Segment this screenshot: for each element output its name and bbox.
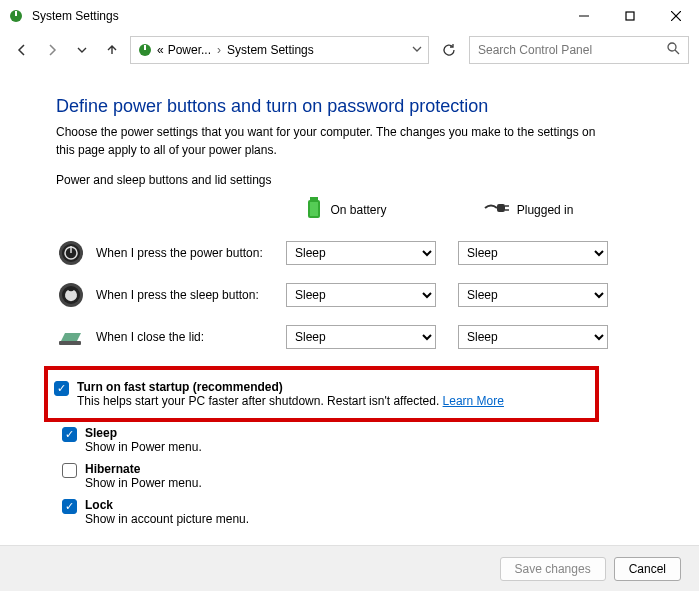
battery-icon xyxy=(306,197,322,222)
breadcrumb-sep-icon: « xyxy=(157,43,164,57)
sleep-button-icon xyxy=(56,280,86,310)
up-button[interactable] xyxy=(100,38,124,62)
page-title: Define power buttons and turn on passwor… xyxy=(56,96,659,117)
row-close-lid: When I close the lid: Sleep Sleep xyxy=(56,316,659,358)
hibernate-label: Hibernate xyxy=(85,462,202,476)
breadcrumb[interactable]: « Power... › System Settings xyxy=(130,36,429,64)
breadcrumb-icon xyxy=(137,42,153,58)
col-plugged-label: Plugged in xyxy=(517,203,574,217)
row-sleep-button-label: When I press the sleep button: xyxy=(96,288,286,302)
row-sleep-button: When I press the sleep button: Sleep Sle… xyxy=(56,274,659,316)
recent-locations-button[interactable] xyxy=(70,38,94,62)
close-lid-battery-select[interactable]: Sleep xyxy=(286,325,436,349)
svg-line-9 xyxy=(675,50,679,54)
sleep-button-plugged-select[interactable]: Sleep xyxy=(458,283,608,307)
search-icon xyxy=(667,42,680,58)
section-header-power-sleep: Power and sleep buttons and lid settings xyxy=(56,173,659,187)
highlight-box: Turn on fast startup (recommended) This … xyxy=(44,366,599,422)
svg-rect-12 xyxy=(310,202,318,216)
close-lid-plugged-select[interactable]: Sleep xyxy=(458,325,608,349)
option-fast-startup: Turn on fast startup (recommended) This … xyxy=(54,380,587,408)
search-placeholder: Search Control Panel xyxy=(478,43,592,57)
lock-checkbox[interactable] xyxy=(62,499,77,514)
row-close-lid-label: When I close the lid: xyxy=(96,330,286,344)
power-button-icon xyxy=(56,238,86,268)
lock-label: Lock xyxy=(85,498,249,512)
titlebar: System Settings xyxy=(0,0,699,32)
power-button-battery-select[interactable]: Sleep xyxy=(286,241,436,265)
svg-rect-7 xyxy=(144,45,146,50)
option-lock: Lock Show in account picture menu. xyxy=(62,498,659,526)
column-headers: On battery Plugged in xyxy=(56,191,659,232)
breadcrumb-dropdown-icon[interactable] xyxy=(412,43,422,57)
sleep-checkbox[interactable] xyxy=(62,427,77,442)
option-sleep: Sleep Show in Power menu. xyxy=(62,426,659,454)
app-icon xyxy=(8,8,24,24)
chevron-right-icon: › xyxy=(217,43,221,57)
learn-more-link[interactable]: Learn More xyxy=(443,394,504,408)
svg-rect-3 xyxy=(626,12,634,20)
laptop-lid-icon xyxy=(56,322,86,352)
refresh-button[interactable] xyxy=(435,36,463,64)
cancel-button[interactable]: Cancel xyxy=(614,557,681,581)
plug-icon xyxy=(483,201,509,218)
bottom-bar: Save changes Cancel xyxy=(0,545,699,591)
hibernate-sub: Show in Power menu. xyxy=(85,476,202,490)
close-button[interactable] xyxy=(653,0,699,32)
svg-point-8 xyxy=(668,43,676,51)
page-description: Choose the power settings that you want … xyxy=(56,123,616,159)
row-power-button-label: When I press the power button: xyxy=(96,246,286,260)
row-power-button: When I press the power button: Sleep Sle… xyxy=(56,232,659,274)
forward-button[interactable] xyxy=(40,38,64,62)
breadcrumb-item-power[interactable]: Power... xyxy=(168,43,211,57)
fast-startup-label: Turn on fast startup (recommended) xyxy=(77,380,504,394)
fast-startup-checkbox[interactable] xyxy=(54,381,69,396)
maximize-button[interactable] xyxy=(607,0,653,32)
svg-rect-22 xyxy=(59,341,81,345)
breadcrumb-item-system-settings[interactable]: System Settings xyxy=(227,43,314,57)
sleep-button-battery-select[interactable]: Sleep xyxy=(286,283,436,307)
option-hibernate: Hibernate Show in Power menu. xyxy=(62,462,659,490)
sleep-label: Sleep xyxy=(85,426,202,440)
navbar: « Power... › System Settings Search Cont… xyxy=(0,32,699,68)
lock-sub: Show in account picture menu. xyxy=(85,512,249,526)
power-button-plugged-select[interactable]: Sleep xyxy=(458,241,608,265)
content-area: Define power buttons and turn on passwor… xyxy=(0,68,699,526)
svg-rect-10 xyxy=(310,197,318,200)
search-input[interactable]: Search Control Panel xyxy=(469,36,689,64)
sleep-sub: Show in Power menu. xyxy=(85,440,202,454)
save-changes-button[interactable]: Save changes xyxy=(500,557,606,581)
hibernate-checkbox[interactable] xyxy=(62,463,77,478)
window-title: System Settings xyxy=(32,9,561,23)
svg-rect-1 xyxy=(15,11,17,16)
col-battery-label: On battery xyxy=(330,203,386,217)
svg-rect-13 xyxy=(497,204,505,212)
minimize-button[interactable] xyxy=(561,0,607,32)
fast-startup-sub: This helps start your PC faster after sh… xyxy=(77,394,504,408)
back-button[interactable] xyxy=(10,38,34,62)
